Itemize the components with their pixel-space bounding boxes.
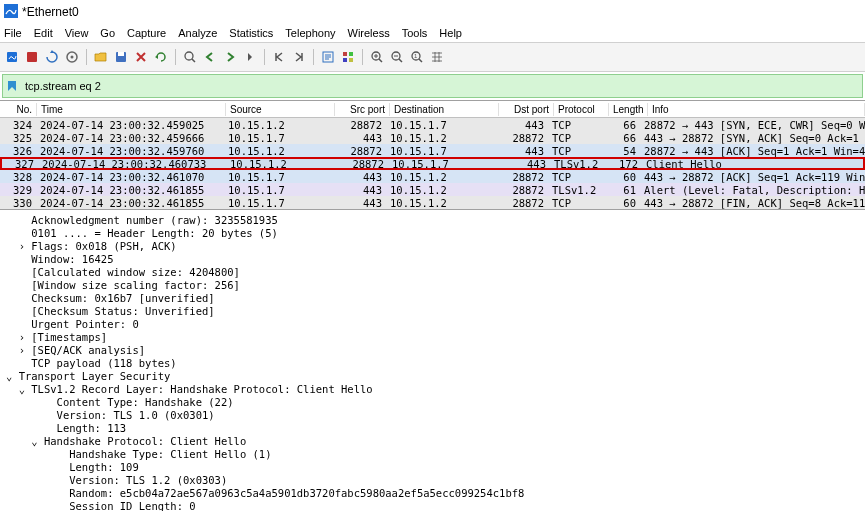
- detail-line[interactable]: [Calculated window size: 4204800]: [6, 266, 859, 279]
- svg-line-8: [192, 59, 195, 62]
- detail-line[interactable]: 0101 .... = Header Length: 20 bytes (5): [6, 227, 859, 240]
- auto-scroll-icon[interactable]: [320, 49, 336, 65]
- menu-bar: File Edit View Go Capture Analyze Statis…: [0, 24, 865, 43]
- detail-line[interactable]: Checksum: 0x16b7 [unverified]: [6, 292, 859, 305]
- packet-row[interactable]: 3302024-07-14 23:00:32.46185510.15.1.744…: [0, 196, 865, 209]
- detail-line[interactable]: › [Timestamps]: [6, 331, 859, 344]
- svg-line-15: [379, 59, 382, 62]
- detail-line[interactable]: Length: 109: [6, 461, 859, 474]
- packet-row[interactable]: 3272024-07-14 23:00:32.46073310.15.1.228…: [0, 157, 865, 170]
- go-forward-icon[interactable]: [222, 49, 238, 65]
- packet-row[interactable]: 3242024-07-14 23:00:32.45902510.15.1.228…: [0, 118, 865, 131]
- detail-line[interactable]: Length: 113: [6, 422, 859, 435]
- separator: [86, 49, 87, 65]
- restart-capture-icon[interactable]: [44, 49, 60, 65]
- close-file-icon[interactable]: [133, 49, 149, 65]
- detail-line[interactable]: [Checksum Status: Unverified]: [6, 305, 859, 318]
- col-time[interactable]: Time: [37, 103, 226, 116]
- menu-tools[interactable]: Tools: [402, 27, 428, 39]
- resize-columns-icon[interactable]: [429, 49, 445, 65]
- detail-line[interactable]: Version: TLS 1.0 (0x0301): [6, 409, 859, 422]
- zoom-out-icon[interactable]: [389, 49, 405, 65]
- menu-statistics[interactable]: Statistics: [229, 27, 273, 39]
- separator: [362, 49, 363, 65]
- find-packet-icon[interactable]: [182, 49, 198, 65]
- detail-line[interactable]: Version: TLS 1.2 (0x0303): [6, 474, 859, 487]
- packet-row[interactable]: 3252024-07-14 23:00:32.45966610.15.1.744…: [0, 131, 865, 144]
- col-len[interactable]: Length: [609, 103, 648, 116]
- detail-line[interactable]: Random: e5cb04a72ae567a0963c5a4a5901db37…: [6, 487, 859, 500]
- separator: [264, 49, 265, 65]
- col-no[interactable]: No.: [0, 103, 37, 116]
- detail-line[interactable]: ⌄ Transport Layer Security: [6, 370, 859, 383]
- capture-options-icon[interactable]: [64, 49, 80, 65]
- svg-point-7: [185, 52, 193, 60]
- menu-edit[interactable]: Edit: [34, 27, 53, 39]
- menu-wireless[interactable]: Wireless: [348, 27, 390, 39]
- detail-line[interactable]: ⌄ TLSv1.2 Record Layer: Handshake Protoc…: [6, 383, 859, 396]
- svg-text:1: 1: [414, 53, 418, 59]
- menu-telephony[interactable]: Telephony: [285, 27, 335, 39]
- menu-file[interactable]: File: [4, 27, 22, 39]
- detail-line[interactable]: TCP payload (118 bytes): [6, 357, 859, 370]
- detail-line[interactable]: › Flags: 0x018 (PSH, ACK): [6, 240, 859, 253]
- go-to-packet-icon[interactable]: [242, 49, 258, 65]
- packet-list: No. Time Source Src port Destination Dst…: [0, 100, 865, 210]
- detail-line[interactable]: Handshake Type: Client Hello (1): [6, 448, 859, 461]
- go-first-icon[interactable]: [271, 49, 287, 65]
- go-back-icon[interactable]: [202, 49, 218, 65]
- detail-line[interactable]: › [SEQ/ACK analysis]: [6, 344, 859, 357]
- detail-line[interactable]: Session ID Length: 0: [6, 500, 859, 511]
- svg-rect-11: [349, 52, 353, 56]
- detail-line[interactable]: Acknowledgment number (raw): 3235581935: [6, 214, 859, 227]
- col-dport[interactable]: Dst port: [499, 103, 554, 116]
- go-last-icon[interactable]: [291, 49, 307, 65]
- toolbar: 1: [0, 43, 865, 72]
- open-file-icon[interactable]: [93, 49, 109, 65]
- menu-help[interactable]: Help: [439, 27, 462, 39]
- save-file-icon[interactable]: [113, 49, 129, 65]
- packet-list-header: No. Time Source Src port Destination Dst…: [0, 101, 865, 118]
- svg-line-19: [419, 59, 422, 62]
- colorize-icon[interactable]: [340, 49, 356, 65]
- col-info[interactable]: Info: [648, 103, 865, 116]
- col-dst[interactable]: Destination: [390, 103, 499, 116]
- menu-go[interactable]: Go: [100, 27, 115, 39]
- menu-analyze[interactable]: Analyze: [178, 27, 217, 39]
- svg-rect-6: [118, 52, 124, 56]
- detail-line[interactable]: Content Type: Handshake (22): [6, 396, 859, 409]
- wireshark-icon: [4, 4, 22, 20]
- display-filter-input[interactable]: [21, 78, 862, 94]
- menu-capture[interactable]: Capture: [127, 27, 166, 39]
- start-capture-icon[interactable]: [4, 49, 20, 65]
- stop-capture-icon[interactable]: [24, 49, 40, 65]
- zoom-in-icon[interactable]: [369, 49, 385, 65]
- packet-row[interactable]: 3282024-07-14 23:00:32.46107010.15.1.744…: [0, 170, 865, 183]
- col-src[interactable]: Source: [226, 103, 335, 116]
- svg-rect-10: [343, 52, 347, 56]
- svg-rect-12: [343, 58, 347, 62]
- svg-rect-2: [27, 52, 37, 62]
- svg-point-4: [71, 56, 74, 59]
- display-filter-bar: [2, 74, 863, 98]
- separator: [175, 49, 176, 65]
- window-title: *Ethernet0: [22, 5, 79, 19]
- detail-line[interactable]: Window: 16425: [6, 253, 859, 266]
- col-sport[interactable]: Src port: [335, 103, 390, 116]
- zoom-reset-icon[interactable]: 1: [409, 49, 425, 65]
- filter-bookmark-icon[interactable]: [3, 80, 21, 92]
- detail-line[interactable]: [Window size scaling factor: 256]: [6, 279, 859, 292]
- svg-line-17: [399, 59, 402, 62]
- separator: [313, 49, 314, 65]
- col-proto[interactable]: Protocol: [554, 103, 609, 116]
- packet-details[interactable]: Acknowledgment number (raw): 3235581935 …: [0, 210, 865, 511]
- svg-rect-13: [349, 58, 353, 62]
- detail-line[interactable]: Urgent Pointer: 0: [6, 318, 859, 331]
- packet-row[interactable]: 3292024-07-14 23:00:32.46185510.15.1.744…: [0, 183, 865, 196]
- title-bar: *Ethernet0: [0, 0, 865, 24]
- packet-row[interactable]: 3262024-07-14 23:00:32.45976010.15.1.228…: [0, 144, 865, 157]
- menu-view[interactable]: View: [65, 27, 89, 39]
- detail-line[interactable]: ⌄ Handshake Protocol: Client Hello: [6, 435, 859, 448]
- reload-icon[interactable]: [153, 49, 169, 65]
